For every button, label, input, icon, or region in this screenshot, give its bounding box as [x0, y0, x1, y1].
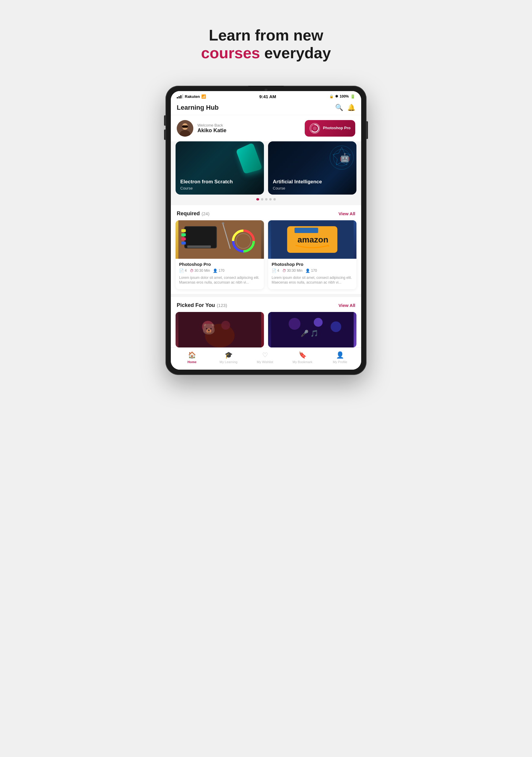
welcome-user: Welcome Back Akiko Katie	[177, 120, 226, 136]
dot-4[interactable]	[269, 198, 272, 200]
nav-wishlist[interactable]: ♡ My Wishlist	[256, 351, 274, 364]
lessons-count-2: 4	[277, 268, 279, 273]
lessons-icon: 📄	[179, 268, 184, 273]
wifi-icon: 📶	[201, 94, 206, 99]
signal-bar-1	[177, 97, 178, 99]
picked-2-svg: 🎤 🎵	[268, 312, 356, 348]
app-title: Learning Hub	[177, 104, 219, 111]
lessons-count: 4	[185, 268, 187, 273]
required-count: (24)	[202, 211, 210, 216]
status-right: 🔒 ✱ 100% 🔋	[329, 94, 355, 99]
electron-card-bg: Electron from Scratch Course	[176, 141, 264, 195]
course-1-info: Photoshop Pro 📄 4 ⏱ 30:30 Min �	[176, 259, 264, 289]
nav-bookmark[interactable]: 🔖 My Bookmark	[293, 351, 312, 364]
svg-point-35	[289, 318, 301, 330]
course-1-desc: Lorem ipsum dolor sit amet, consect adip…	[179, 275, 260, 285]
photoshop-badge[interactable]: Photoshop Pro	[305, 120, 355, 136]
course-2-meta: 📄 4 ⏱ 30:30 Min 👤 170	[272, 268, 353, 273]
picked-card-2[interactable]: 🎤 🎵	[268, 312, 356, 348]
course-2-info: Photoshop Pro 📄 4 ⏱ 30:30 Min �	[268, 259, 356, 289]
required-courses-grid: Photoshop Pro 📄 4 ⏱ 30:30 Min �	[171, 220, 361, 294]
avatar	[177, 120, 193, 136]
ai-title: Artificial Intelligence	[273, 179, 322, 185]
notification-icon[interactable]: 🔔	[347, 104, 355, 111]
lock-icon: 🔒	[329, 94, 334, 99]
hero-section: Learn from new courses everyday	[201, 21, 331, 77]
picked-card-1[interactable]: 🐻	[176, 312, 264, 348]
duration-value-2: 30:30 Min	[287, 268, 303, 273]
home-icon: 🏠	[188, 351, 196, 359]
required-view-all[interactable]: View All	[339, 211, 355, 216]
svg-rect-4	[182, 125, 188, 128]
students-icon: 👤	[213, 268, 218, 273]
dot-3[interactable]	[265, 198, 267, 200]
nav-profile[interactable]: 👤 My Profile	[331, 351, 349, 364]
signal-bar-3	[180, 95, 182, 99]
course-1-lessons: 📄 4	[179, 268, 187, 273]
svg-rect-17	[182, 233, 186, 236]
required-title: Required (24)	[177, 211, 210, 217]
carrier-label: Rakuten	[185, 94, 200, 99]
svg-rect-18	[182, 237, 186, 240]
ai-hand-svg: 🤖	[328, 144, 355, 171]
dot-5[interactable]	[273, 198, 276, 200]
home-label: Home	[187, 360, 196, 364]
tablet-device: Rakuten 📶 9:41 AM 🔒 ✱ 100% 🔋 Learning Hu…	[165, 86, 367, 375]
students-count-2: 170	[311, 268, 317, 273]
svg-text:🤖: 🤖	[340, 153, 350, 163]
course-1-duration: ⏱ 30:30 Min	[190, 268, 210, 273]
profile-label: My Profile	[333, 360, 347, 364]
electron-title: Electron from Scratch	[180, 179, 233, 185]
picked-section-header: Picked For You (123) View All	[171, 297, 361, 312]
progress-ring	[310, 123, 319, 134]
course-1-students: 👤 170	[213, 268, 224, 273]
dot-2[interactable]	[261, 198, 263, 200]
lessons-icon-2: 📄	[272, 268, 276, 273]
welcome-text: Welcome Back Akiko Katie	[197, 123, 226, 134]
volume-up-button	[164, 115, 165, 126]
device-frame-wrapper: Rakuten 📶 9:41 AM 🔒 ✱ 100% 🔋 Learning Hu…	[165, 86, 367, 375]
wishlist-label: My Wishlist	[257, 360, 273, 364]
svg-rect-14	[185, 227, 216, 248]
badge-progress-icon	[310, 123, 320, 134]
svg-text:amazon: amazon	[298, 235, 328, 244]
featured-card-1[interactable]: Electron from Scratch Course	[176, 141, 264, 195]
ai-content: Artificial Intelligence Course	[273, 179, 322, 190]
required-title-text: Required	[177, 211, 200, 217]
picked-view-all[interactable]: View All	[339, 303, 355, 308]
bookmark-label: My Bookmark	[293, 360, 312, 364]
learning-icon: 🎓	[224, 351, 233, 359]
course-2-lessons: 📄 4	[272, 268, 279, 273]
svg-text:🐻: 🐻	[202, 322, 216, 335]
required-course-1[interactable]: Photoshop Pro 📄 4 ⏱ 30:30 Min �	[176, 220, 264, 289]
course-2-students: 👤 170	[305, 268, 317, 273]
students-count: 170	[219, 268, 224, 273]
svg-point-7	[313, 126, 316, 130]
electron-subtitle: Course	[180, 186, 233, 191]
course-2-name: Photoshop Pro	[272, 262, 353, 267]
nav-learning[interactable]: 🎓 My Learning	[220, 351, 238, 364]
hero-accent: courses	[201, 45, 260, 62]
front-camera	[265, 88, 267, 91]
course-1-meta: 📄 4 ⏱ 30:30 Min 👤 170	[179, 268, 260, 273]
profile-icon: 👤	[336, 351, 344, 359]
picked-grid: 🐻 🎤 🎵	[171, 312, 361, 348]
signal-bar-4	[182, 94, 183, 99]
volume-down-button	[164, 130, 165, 140]
svg-rect-19	[182, 242, 186, 245]
status-bar: Rakuten 📶 9:41 AM 🔒 ✱ 100% 🔋	[171, 91, 361, 101]
dot-1[interactable]	[256, 198, 259, 200]
required-section-header: Required (24) View All	[171, 205, 361, 220]
clock-icon-2: ⏱	[282, 268, 286, 273]
search-icon[interactable]: 🔍	[335, 104, 343, 111]
section-divider	[171, 294, 361, 297]
photoshop-thumb-1	[176, 220, 264, 259]
nav-home[interactable]: 🏠 Home	[183, 351, 201, 364]
hero-line1: Learn from new	[209, 27, 323, 44]
amazon-visual-svg: amazon	[268, 220, 356, 259]
featured-card-2[interactable]: 🤖 Artificial Intelligence Course	[268, 141, 356, 195]
svg-rect-16	[182, 229, 186, 232]
avatar-image	[177, 120, 193, 136]
required-course-2[interactable]: amazon Photoshop Pro 📄 4	[268, 220, 356, 289]
status-left: Rakuten 📶	[177, 94, 206, 99]
